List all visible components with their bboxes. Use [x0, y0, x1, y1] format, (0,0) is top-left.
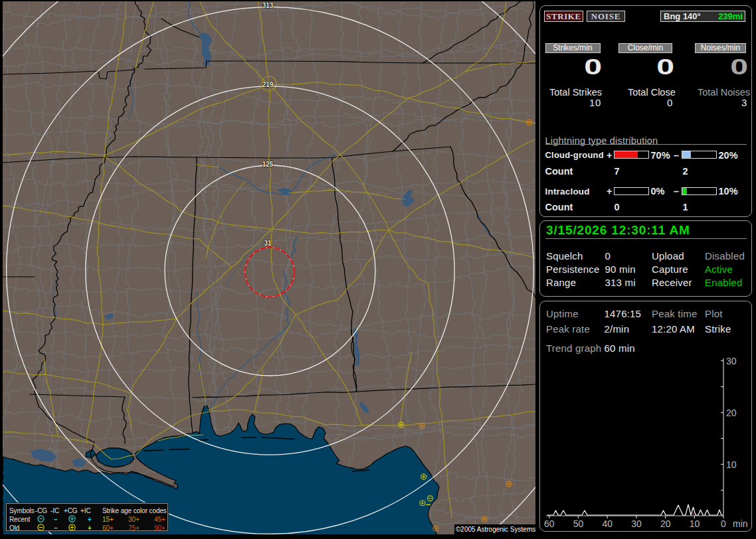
svg-text:10: 10 [690, 518, 700, 529]
svg-text:0: 0 [721, 518, 726, 529]
svg-text:30: 30 [631, 518, 642, 529]
svg-text:40: 40 [603, 518, 613, 529]
svg-text:20: 20 [726, 408, 737, 418]
svg-text:30: 30 [726, 356, 737, 366]
svg-text:50: 50 [573, 518, 584, 529]
svg-text:10: 10 [726, 459, 737, 470]
svg-text:20: 20 [660, 518, 671, 529]
svg-text:min: min [733, 518, 748, 529]
svg-text:60: 60 [544, 518, 555, 529]
